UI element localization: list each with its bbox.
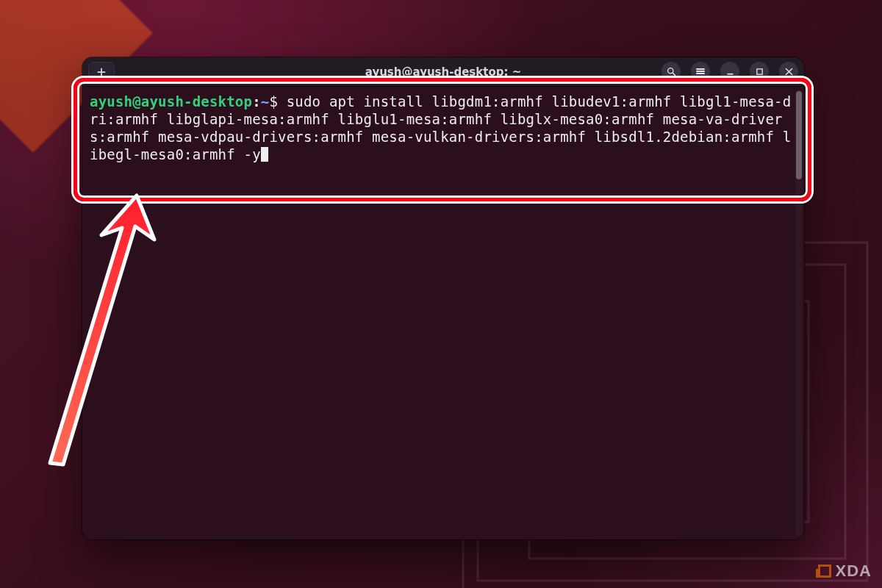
- titlebar: ayush@ayush-desktop: ~: [82, 57, 804, 87]
- watermark-text: XDA: [836, 562, 872, 581]
- search-button[interactable]: [662, 62, 681, 81]
- svg-rect-3: [756, 68, 761, 74]
- search-icon: [667, 67, 676, 76]
- minimize-button[interactable]: [720, 62, 739, 81]
- close-button[interactable]: [779, 62, 798, 81]
- terminal-output: ayush@ayush-desktop:~$ sudo apt install …: [90, 93, 797, 163]
- prompt-path: ~: [261, 93, 270, 110]
- close-icon: [784, 67, 794, 76]
- new-tab-button[interactable]: [88, 62, 115, 82]
- prompt-user-host: ayush@ayush-desktop: [90, 93, 252, 110]
- watermark-logo-icon: [818, 564, 831, 578]
- terminal-cursor: [261, 147, 268, 162]
- watermark: XDA: [818, 562, 872, 581]
- plus-icon: [96, 67, 107, 77]
- prompt-symbol: $: [269, 93, 278, 110]
- maximize-icon: [755, 67, 764, 76]
- prompt-separator: :: [252, 93, 261, 110]
- terminal-scrollbar[interactable]: [795, 90, 803, 537]
- hamburger-icon: [696, 68, 705, 75]
- terminal-window: ayush@ayush-desktop: ~ ayush@ayush-deskt…: [82, 57, 804, 539]
- svg-rect-2: [727, 73, 733, 74]
- window-controls: [662, 62, 798, 81]
- terminal-body[interactable]: ayush@ayush-desktop:~$ sudo apt install …: [82, 87, 804, 539]
- scrollbar-thumb[interactable]: [796, 91, 802, 179]
- hamburger-menu-button[interactable]: [691, 62, 710, 81]
- svg-line-1: [673, 73, 675, 75]
- maximize-button[interactable]: [750, 62, 769, 81]
- minimize-icon: [725, 67, 735, 76]
